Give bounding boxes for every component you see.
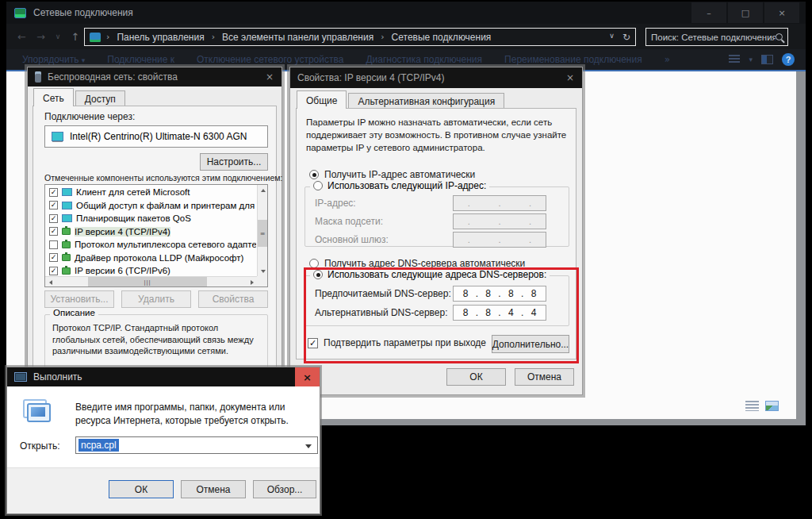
views-dropdown-icon[interactable]: ▾ (749, 56, 753, 63)
subnet-mask-label: Маска подсети: (315, 216, 383, 227)
list-item-selected[interactable]: ✓ IP версии 4 (TCP/IPv4) (46, 225, 256, 239)
minimize-button[interactable]: – (691, 2, 726, 23)
radio-selected-icon[interactable] (313, 270, 323, 279)
forward-icon[interactable]: → (36, 31, 45, 43)
radio-auto-ip[interactable]: Получить IP-адрес автоматически (309, 169, 475, 180)
run-dialog-titlebar: Выполнить (7, 367, 320, 386)
radio-manual-dns[interactable]: Использовать следующие адреса DNS-сервер… (310, 269, 550, 280)
install-button[interactable]: Установить... (44, 290, 114, 308)
details-view-icon[interactable] (745, 401, 759, 411)
back-icon[interactable]: ← (17, 31, 26, 43)
scroll-down-icon[interactable] (258, 266, 268, 276)
wireless-close-icon[interactable]: × (258, 67, 282, 86)
radio-unselected-icon[interactable] (313, 181, 323, 190)
combo-dropdown-icon[interactable] (305, 444, 312, 448)
ipv4-close-icon[interactable]: × (558, 67, 582, 88)
alternate-dns-field[interactable]: 8 . 8 . 4 . 4 (453, 305, 546, 321)
scrollbar-thumb[interactable]: ≡ (258, 220, 267, 247)
component-label: Драйвер протокола LLDP (Майкрософт) (75, 253, 243, 263)
refresh-icon[interactable]: ↻ (622, 32, 630, 43)
preferred-dns-field[interactable]: 8 . 8 . 8 . 8 (453, 286, 546, 302)
toolbar-diagnose[interactable]: Диагностика подключения (366, 54, 482, 65)
tab-access[interactable]: Доступ (75, 90, 125, 106)
toolbar-rename[interactable]: Переименование подключения (504, 54, 642, 65)
scroll-up-icon[interactable] (258, 185, 268, 195)
run-close-icon[interactable]: × (295, 367, 320, 386)
adapter-icon (52, 132, 63, 141)
checkbox-checked[interactable]: ✓ (49, 227, 58, 236)
description-text: Протокол TCP/IP. Стандартный протокол гл… (52, 322, 262, 357)
toolbar-overflow-icon[interactable]: » (665, 54, 670, 65)
validate-checkbox[interactable]: ✓ Подтвердить параметры при выходе (308, 337, 486, 348)
breadcrumb-control-panel[interactable]: Панель управления (117, 32, 204, 43)
search-icon[interactable] (776, 33, 783, 40)
checkbox-checked[interactable]: ✓ (49, 201, 58, 210)
toolbar-organize[interactable]: Упорядочить ▾ (22, 54, 85, 65)
scrollbar-thumb[interactable]: ||| (88, 277, 207, 286)
component-label: Клиент для сетей Microsoft (76, 187, 190, 197)
horizontal-scrollbar[interactable]: ||| (45, 276, 257, 286)
scroll-left-icon[interactable] (45, 277, 56, 287)
close-button[interactable]: × (764, 2, 799, 23)
preview-pane-icon[interactable] (761, 55, 773, 64)
properties-button[interactable]: Свойства (198, 290, 268, 308)
radio-selected-icon[interactable] (309, 170, 319, 179)
advanced-button[interactable]: Дополнительно... (492, 335, 569, 353)
wireless-properties-dialog: Беспроводная сеть: свойства × Сеть Досту… (27, 67, 282, 371)
breadcrumb-all-items[interactable]: Все элементы панели управления (222, 32, 373, 43)
nav-history-chevron-icon[interactable]: ∨ (56, 33, 61, 40)
list-item[interactable]: ✓ Планировщик пакетов QoS (46, 212, 256, 225)
list-item[interactable]: Протокол мультиплексора сетевого адаптер… (46, 238, 256, 252)
subnet-mask-field[interactable]: ... (453, 213, 546, 229)
uninstall-button[interactable]: Удалить (121, 290, 191, 308)
checkbox-unchecked[interactable] (49, 240, 58, 249)
maximize-button[interactable]: □ (728, 2, 763, 23)
checkbox-checked[interactable]: ✓ (49, 253, 58, 262)
radio-auto-dns[interactable]: Получить адрес DNS-сервера автоматически (309, 258, 525, 269)
checkbox-checked[interactable]: ✓ (49, 188, 58, 197)
tab-alternate-config[interactable]: Альтернативная конфигурация (348, 93, 504, 108)
list-item[interactable]: ✓ Клиент для сетей Microsoft (46, 186, 256, 199)
cancel-button[interactable]: Отмена (515, 368, 574, 386)
ok-button[interactable]: ОК (446, 368, 506, 386)
ip-address-field[interactable]: ... (453, 195, 546, 211)
run-footer: ОК Отмена Обзор... (7, 467, 320, 513)
tab-general[interactable]: Общие (297, 90, 347, 109)
gateway-field[interactable]: ... (453, 232, 546, 248)
components-list: ✓ Клиент для сетей Microsoft ✓ Общий дос… (44, 184, 268, 287)
toolbar-disable-device[interactable]: Отключение сетевого устройства (197, 54, 343, 65)
toolbar-connect-to[interactable]: Подключение к (107, 54, 174, 65)
run-ok-button[interactable]: ОК (109, 480, 174, 498)
search-input[interactable]: Поиск: Сетевые подключения (645, 28, 788, 46)
open-label: Открыть: (20, 440, 59, 452)
address-input[interactable]: › Панель управления › Все элементы панел… (84, 28, 636, 46)
checkbox-checked[interactable]: ✓ (308, 338, 318, 348)
radio-manual-ip[interactable]: Использовать следующий IP-адрес: (310, 180, 489, 191)
breadcrumb-network-connections[interactable]: Сетевые подключения (392, 32, 492, 43)
checkbox-checked[interactable]: ✓ (49, 267, 58, 275)
tab-network[interactable]: Сеть (33, 88, 74, 106)
run-browse-button[interactable]: Обзор... (253, 480, 316, 498)
component-label: Протокол мультиплексора сетевого адаптер… (75, 240, 256, 249)
views-icon[interactable] (729, 55, 740, 64)
run-message: Введите имя программы, папки, документа … (75, 401, 318, 428)
ipv4-properties-dialog: Свойства: IP версии 4 (TCP/IPv4) × Общие… (289, 67, 583, 395)
checkbox-checked[interactable]: ✓ (49, 214, 58, 223)
component-label: Общий доступ к файлам и принтерам для се… (76, 201, 256, 210)
radio-unselected-icon[interactable] (309, 259, 319, 268)
help-icon[interactable]: ? (782, 53, 795, 66)
network-connections-icon (14, 8, 26, 18)
list-item[interactable]: ✓ Общий доступ к файлам и принтерам для … (46, 199, 256, 213)
ipv4-dialog-title: Свойства: IP версии 4 (TCP/IPv4) (297, 72, 445, 83)
scroll-right-icon[interactable] (247, 277, 257, 287)
list-item[interactable]: ✓ IP версии 6 (TCP/IPv6) (46, 264, 256, 275)
run-cancel-button[interactable]: Отмена (181, 480, 246, 498)
address-dropdown-icon[interactable]: ∨ (609, 32, 615, 43)
open-combobox[interactable]: ncpa.cpl (75, 436, 318, 454)
configure-button[interactable]: Настроить... (200, 153, 268, 171)
up-icon[interactable]: ↑ (71, 31, 79, 43)
window-scrollbar[interactable] (796, 71, 806, 419)
vertical-scrollbar[interactable]: ≡ (257, 185, 267, 276)
thumbnail-view-icon[interactable] (765, 401, 779, 411)
list-item[interactable]: ✓ Драйвер протокола LLDP (Майкрософт) (46, 252, 256, 265)
